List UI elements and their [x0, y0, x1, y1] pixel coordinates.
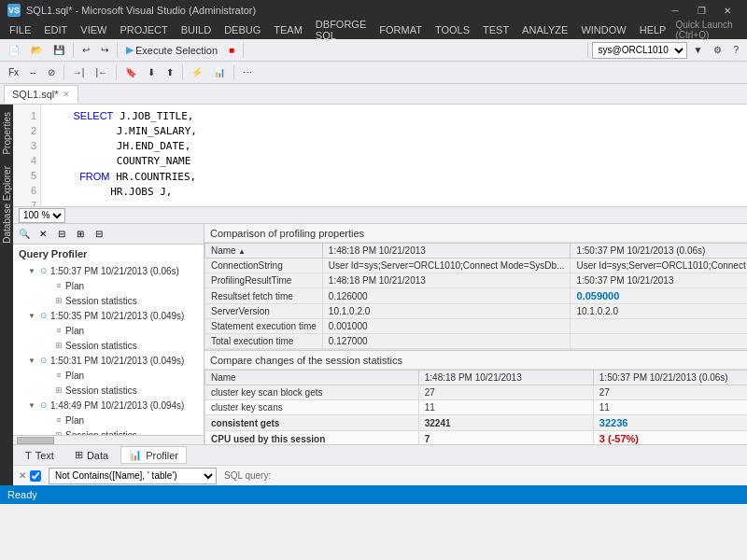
tree-node-1b[interactable]: ⊞ Session statistics	[13, 293, 204, 308]
menu-view[interactable]: VIEW	[75, 21, 112, 39]
menu-help[interactable]: HELP	[634, 21, 672, 39]
open-button[interactable]: 📂	[26, 41, 47, 60]
restore-button[interactable]: ❐	[689, 2, 713, 19]
redo-button[interactable]: ↪	[96, 41, 113, 60]
expand-arrow-2[interactable]: ▼	[28, 312, 37, 320]
filter-close-btn[interactable]: ✕	[19, 470, 26, 481]
menu-build[interactable]: BUILD	[176, 21, 217, 39]
compare-col-name[interactable]: Name	[205, 371, 419, 385]
table-row: Statement execution time 0.001000	[205, 319, 748, 334]
cell-val2: 27	[593, 385, 747, 400]
table-row: ConnectionString User Id=sys;Server=ORCL…	[205, 259, 748, 273]
menu-team[interactable]: TEAM	[268, 21, 308, 39]
hscroll-thumb[interactable]	[17, 437, 54, 444]
tab-sql1-close[interactable]: ✕	[63, 90, 70, 99]
comment-button[interactable]: --	[25, 63, 41, 82]
menu-project[interactable]: PROJECT	[114, 21, 173, 39]
tree-node-4b[interactable]: ⊞ Session statistics	[13, 427, 204, 435]
analyze-button[interactable]: 📊	[209, 63, 230, 82]
profiler-col-val2[interactable]: 1:50:37 PM 10/21/2013 (0.06s)	[571, 244, 747, 259]
sidebar-db-explorer[interactable]: Database Explorer	[0, 162, 14, 247]
tree-collapse-btn[interactable]: ⊟	[92, 227, 106, 242]
tree-clear-btn[interactable]: ⊟	[54, 227, 69, 242]
profiler-col-val1[interactable]: 1:48:18 PM 10/21/2013	[322, 244, 571, 259]
filter-checkbox[interactable]	[30, 470, 41, 482]
tab-text-label: Text	[35, 450, 54, 461]
menu-edit[interactable]: EDIT	[38, 21, 73, 39]
execute-button[interactable]: ▶ Execute Selection	[121, 41, 222, 60]
tree-node-3[interactable]: ▼ ⊙ 1:50:31 PM 10/21/2013 (0.049s)	[13, 353, 204, 368]
next-bookmark-button[interactable]: ⬇	[143, 63, 160, 82]
menu-window[interactable]: WINDOW	[575, 21, 631, 39]
more-options-button[interactable]: ⋯	[238, 63, 257, 82]
stats-icon-1b: ⊞	[52, 294, 65, 307]
expand-arrow-1[interactable]: ▼	[28, 267, 37, 275]
tree-node-3a[interactable]: ≡ Plan	[13, 368, 204, 383]
tab-text[interactable]: T Text	[17, 447, 63, 464]
uncomment-button[interactable]: ⊘	[43, 63, 60, 82]
menu-dbforge[interactable]: DBFORGE SQL	[310, 21, 372, 39]
menu-tools[interactable]: TOOLS	[430, 21, 475, 39]
profiler-table-wrap: Name 1:48:18 PM 10/21/2013 1:50:37 PM 10…	[204, 243, 747, 350]
compare-col-val1[interactable]: 1:48:18 PM 10/21/2013	[418, 371, 593, 385]
tree-node-2[interactable]: ▼ ⊙ 1:50:35 PM 10/21/2013 (0.049s)	[13, 308, 204, 323]
menu-bar: FILE EDIT VIEW PROJECT BUILD DEBUG TEAM …	[0, 21, 675, 39]
tree-node-4[interactable]: ▼ ⊙ 1:48:49 PM 10/21/2013 (0.094s)	[13, 398, 204, 413]
tree-node-4a[interactable]: ≡ Plan	[13, 413, 204, 427]
outdent-button[interactable]: |←	[91, 63, 112, 82]
table-row: consistent gets 32241 32236	[205, 415, 748, 431]
run-profiler-button[interactable]: ⚡	[187, 63, 207, 82]
expand-arrow-3[interactable]: ▼	[28, 357, 37, 365]
sql-toolbar: Fx -- ⊘ →| |← 🔖 ⬇ ⬆ ⚡ 📊 ⋯	[0, 62, 747, 84]
format-button[interactable]: Fx	[4, 63, 23, 82]
tree-hscroll[interactable]	[13, 435, 204, 444]
expand-arrow-4[interactable]: ▼	[28, 401, 37, 410]
tab-sql1[interactable]: SQL1.sql* ✕	[4, 85, 78, 104]
compare-table-wrap[interactable]: Name 1:48:18 PM 10/21/2013 1:50:37 PM 10…	[204, 370, 747, 444]
undo-button[interactable]: ↩	[78, 41, 94, 60]
new-file-button[interactable]: 📄	[4, 41, 24, 60]
save-button[interactable]: 💾	[49, 41, 69, 60]
tree-node-1[interactable]: ▼ ⊙ 1:50:37 PM 10/21/2013 (0.06s)	[13, 263, 204, 278]
tree-search-btn[interactable]: 🔍	[17, 227, 32, 242]
indent-button[interactable]: →|	[68, 63, 90, 82]
stats-icon-3b: ⊞	[52, 384, 65, 397]
profiler-col-name[interactable]: Name	[205, 244, 323, 259]
connection-select[interactable]: sys@ORCL1010	[592, 42, 687, 59]
menu-format[interactable]: FORMAT	[374, 21, 428, 39]
menu-analyze[interactable]: ANALYZE	[516, 21, 573, 39]
prev-bookmark-button[interactable]: ⬆	[162, 63, 178, 82]
close-button[interactable]: ✕	[715, 2, 740, 19]
menu-debug[interactable]: DEBUG	[218, 21, 266, 39]
menu-file[interactable]: FILE	[4, 21, 36, 39]
tree-node-3b[interactable]: ⊞ Session statistics	[13, 383, 204, 398]
cell-name: ConnectionString	[205, 259, 323, 273]
stop-button[interactable]: ■	[224, 41, 239, 60]
help-button[interactable]: ?	[728, 41, 743, 60]
compare-col-val2[interactable]: 1:50:37 PM 10/21/2013 (0.06s)	[593, 371, 747, 385]
tree-content[interactable]: ▼ ⊙ 1:50:37 PM 10/21/2013 (0.06s) ≡ Plan	[13, 263, 204, 435]
status-text: Ready	[7, 489, 37, 500]
tree-delete-btn[interactable]: ✕	[35, 227, 50, 242]
zoom-bar: 100 %	[13, 207, 747, 224]
compare-table: Name 1:48:18 PM 10/21/2013 1:50:37 PM 10…	[204, 370, 747, 444]
settings-button[interactable]: ⚙	[709, 41, 726, 60]
sql-code-area[interactable]: SELECT J.JOB_TITLE, J.MIN_SALARY, JH.END…	[41, 105, 747, 206]
tab-profiler[interactable]: 📊 Profiler	[120, 446, 187, 464]
tree-panel: 🔍 ✕ ⊟ ⊞ ⊟ Query Profiler ▼ ⊙ 1:50:37 PM …	[13, 224, 204, 444]
tree-node-1a[interactable]: ≡ Plan	[13, 278, 204, 293]
tab-profiler-label: Profiler	[146, 450, 178, 461]
tab-data[interactable]: ⊞ Data	[66, 446, 117, 464]
connection-options-button[interactable]: ▼	[689, 41, 708, 60]
filter-combo[interactable]: Not Contains([Name], ' table')	[49, 468, 217, 484]
table-row: CPU used by this session 7 3 (-57%)	[205, 431, 748, 445]
sidebar-properties[interactable]: Properties	[0, 108, 14, 159]
zoom-select[interactable]: 100 %	[19, 208, 65, 223]
tree-expand-btn[interactable]: ⊞	[73, 227, 88, 242]
minimize-button[interactable]: ─	[663, 2, 687, 19]
session-icon-3: ⊙	[37, 354, 50, 367]
bookmark-button[interactable]: 🔖	[120, 63, 141, 82]
menu-test[interactable]: TEST	[477, 21, 514, 39]
tree-node-2b[interactable]: ⊞ Session statistics	[13, 338, 204, 353]
tree-node-2a[interactable]: ≡ Plan	[13, 323, 204, 338]
